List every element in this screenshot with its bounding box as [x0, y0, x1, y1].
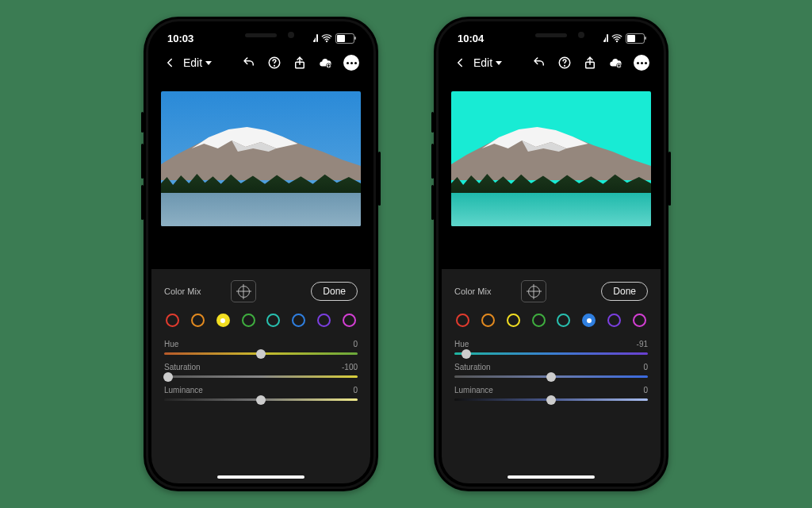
chevron-down-icon: [205, 61, 212, 65]
slider-saturation: Saturation0: [454, 363, 648, 378]
done-button[interactable]: Done: [311, 282, 358, 301]
color-swatch[interactable]: [557, 314, 570, 327]
color-swatch[interactable]: [242, 314, 255, 327]
slider-value: 0: [353, 386, 358, 394]
panel-title: Color Mix: [164, 287, 201, 296]
slider-label: Hue: [454, 340, 469, 348]
target-adjustment-button[interactable]: [231, 280, 256, 302]
color-swatch[interactable]: [456, 314, 469, 327]
wifi-icon: [321, 33, 332, 44]
color-swatch[interactable]: [292, 314, 305, 327]
color-swatch[interactable]: [607, 314, 621, 327]
undo-button[interactable]: [242, 56, 256, 70]
home-indicator[interactable]: [508, 475, 595, 479]
color-swatch[interactable]: [481, 314, 495, 327]
help-button[interactable]: [557, 56, 572, 70]
slider-thumb[interactable]: [256, 395, 266, 405]
share-button[interactable]: [293, 56, 307, 70]
mode-dropdown[interactable]: Edit: [183, 56, 212, 69]
mode-label: Edit: [473, 56, 492, 69]
app-toolbar: Edit: [151, 52, 370, 77]
slider-label: Saturation: [164, 363, 201, 371]
color-swatch[interactable]: [317, 314, 331, 327]
slider-thumb[interactable]: [546, 372, 556, 382]
color-swatch[interactable]: [633, 314, 646, 327]
slider-value: 0: [643, 386, 648, 394]
chevron-down-icon: [496, 61, 502, 65]
help-button[interactable]: [267, 56, 282, 70]
slider-thumb[interactable]: [546, 395, 556, 405]
slider-thumb[interactable]: [256, 349, 266, 359]
target-adjustment-button[interactable]: [521, 280, 546, 302]
slider-hue: Hue0: [164, 340, 358, 355]
undo-button[interactable]: [532, 56, 546, 70]
color-swatch[interactable]: [266, 314, 280, 327]
slider-saturation: Saturation-100: [164, 363, 358, 378]
image-preview[interactable]: [451, 91, 651, 226]
share-button[interactable]: [583, 56, 597, 70]
mode-dropdown[interactable]: Edit: [473, 56, 502, 69]
target-icon: [238, 286, 250, 298]
slider-label: Saturation: [454, 363, 491, 371]
slider-track[interactable]: [164, 375, 358, 378]
color-swatch[interactable]: [343, 314, 356, 327]
slider-luminance: Luminance0: [454, 386, 648, 401]
wifi-icon: [611, 33, 622, 44]
more-button[interactable]: [343, 55, 359, 71]
svg-point-2: [274, 65, 275, 66]
color-swatch[interactable]: [191, 314, 205, 327]
color-swatch[interactable]: [216, 314, 230, 327]
more-button[interactable]: [634, 55, 649, 71]
panel-title: Color Mix: [454, 287, 491, 296]
svg-point-0: [326, 41, 327, 42]
back-button[interactable]: [453, 56, 467, 70]
image-preview[interactable]: [161, 91, 361, 226]
back-button[interactable]: [163, 56, 177, 70]
slider-value: -100: [342, 363, 358, 371]
color-swatch-row: [164, 314, 358, 340]
slider-track[interactable]: [454, 352, 648, 355]
cloud-sync-button[interactable]: [608, 56, 622, 70]
status-time: 10:03: [167, 33, 193, 44]
slider-luminance: Luminance0: [164, 386, 358, 401]
slider-label: Hue: [164, 340, 178, 348]
color-swatch-row: [454, 314, 648, 340]
slider-track[interactable]: [164, 352, 358, 355]
cloud-sync-button[interactable]: [318, 56, 332, 70]
slider-value: -91: [637, 340, 648, 348]
color-swatch[interactable]: [532, 314, 546, 327]
slider-thumb[interactable]: [163, 372, 173, 382]
slider-label: Luminance: [454, 386, 493, 394]
status-time: 10:04: [458, 33, 484, 44]
color-swatch[interactable]: [582, 314, 596, 327]
slider-track[interactable]: [164, 398, 358, 401]
home-indicator[interactable]: [217, 475, 304, 479]
slider-track[interactable]: [454, 398, 648, 401]
battery-icon: [626, 33, 645, 44]
phone-mockup: 10:03Edit Color MixDoneHue0Saturation-10…: [144, 17, 378, 491]
svg-point-7: [565, 65, 565, 66]
color-mix-panel: Color MixDoneHue-91Saturation0Luminance0: [442, 269, 661, 483]
target-icon: [528, 286, 540, 298]
mode-label: Edit: [183, 56, 202, 69]
done-button[interactable]: Done: [601, 282, 648, 301]
slider-hue: Hue-91: [454, 340, 648, 355]
slider-label: Luminance: [164, 386, 203, 394]
color-swatch[interactable]: [166, 314, 179, 327]
slider-thumb[interactable]: [462, 349, 471, 359]
slider-value: 0: [643, 363, 648, 371]
color-mix-panel: Color MixDoneHue0Saturation-100Luminance…: [151, 269, 370, 483]
slider-track[interactable]: [454, 375, 648, 378]
battery-icon: [335, 33, 354, 44]
phone-mockup: 10:04Edit Color MixDoneHue-91Saturation0…: [434, 17, 668, 491]
svg-point-5: [616, 41, 617, 42]
app-toolbar: Edit: [442, 52, 661, 77]
color-swatch[interactable]: [507, 314, 520, 327]
slider-value: 0: [353, 340, 358, 348]
